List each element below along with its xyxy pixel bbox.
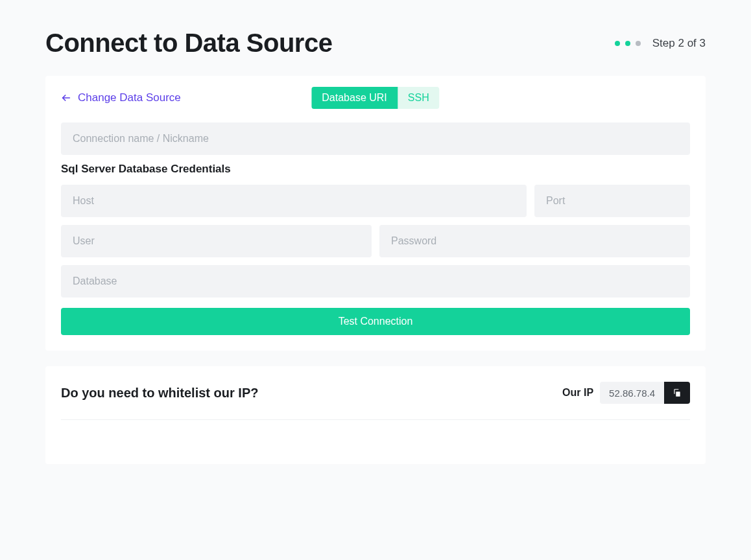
connection-name-input[interactable] — [61, 122, 690, 155]
whitelist-ip-card: Do you need to whitelist our IP? Our IP … — [45, 366, 706, 464]
copy-icon — [673, 388, 682, 397]
step-indicator: Step 2 of 3 — [615, 37, 706, 50]
test-connection-button[interactable]: Test Connection — [61, 308, 690, 335]
ip-display: 52.86.78.4 — [600, 382, 690, 404]
change-data-source-link[interactable]: Change Data Source — [61, 91, 181, 104]
page-title: Connect to Data Source — [45, 29, 332, 58]
credentials-section-label: Sql Server Database Credentials — [61, 163, 690, 176]
tab-ssh[interactable]: SSH — [398, 87, 440, 109]
change-data-source-label: Change Data Source — [78, 91, 181, 104]
ip-value: 52.86.78.4 — [600, 382, 664, 404]
connection-form-card: Change Data Source Database URI SSH Sql … — [45, 76, 706, 351]
step-label: Step 2 of 3 — [652, 37, 706, 50]
user-input[interactable] — [61, 225, 372, 257]
tab-database-uri[interactable]: Database URI — [311, 87, 398, 109]
port-input[interactable] — [534, 185, 690, 217]
password-input[interactable] — [379, 225, 690, 257]
arrow-left-icon — [61, 93, 71, 103]
svg-rect-1 — [676, 391, 680, 397]
step-dot-2 — [625, 41, 630, 46]
copy-ip-button[interactable] — [664, 382, 690, 404]
our-ip-label: Our IP — [562, 387, 593, 399]
host-input[interactable] — [61, 185, 527, 217]
database-input[interactable] — [61, 265, 690, 298]
connection-mode-tabs: Database URI SSH — [311, 87, 439, 109]
step-dot-3 — [636, 41, 641, 46]
step-dot-1 — [615, 41, 620, 46]
whitelist-question: Do you need to whitelist our IP? — [61, 386, 258, 401]
step-dots — [615, 41, 641, 46]
